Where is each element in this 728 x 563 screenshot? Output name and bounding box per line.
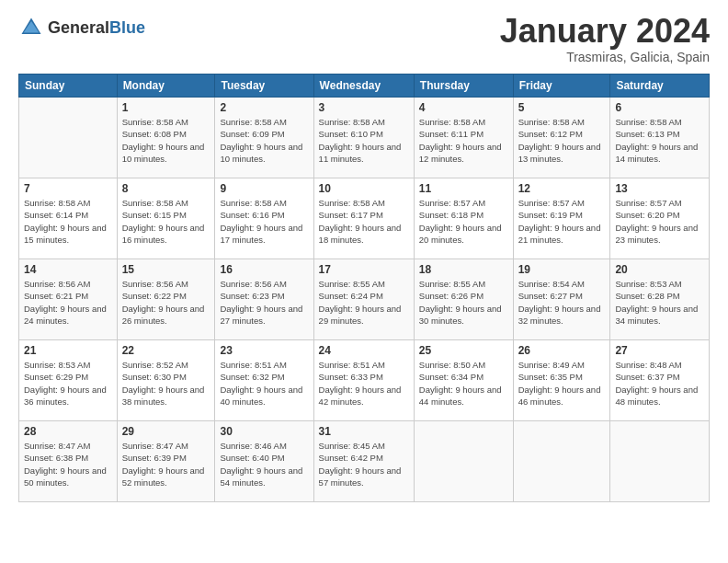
day-cell: 20Sunrise: 8:53 AMSunset: 6:28 PMDayligh… <box>610 259 710 340</box>
day-cell: 25Sunrise: 8:50 AMSunset: 6:34 PMDayligh… <box>414 340 513 421</box>
day-number: 17 <box>319 263 409 276</box>
day-cell <box>414 421 513 502</box>
day-number: 21 <box>24 344 112 357</box>
day-cell: 1Sunrise: 8:58 AMSunset: 6:08 PMDaylight… <box>117 98 215 178</box>
calendar-header-row: SundayMondayTuesdayWednesdayThursdayFrid… <box>19 75 710 98</box>
day-cell: 24Sunrise: 8:51 AMSunset: 6:33 PMDayligh… <box>313 340 414 421</box>
day-number: 26 <box>518 344 606 357</box>
logo-text-blue: Blue <box>109 18 145 37</box>
logo-text-general: General <box>48 18 109 37</box>
day-cell <box>513 421 610 502</box>
day-cell: 23Sunrise: 8:51 AMSunset: 6:32 PMDayligh… <box>215 340 313 421</box>
day-info: Sunrise: 8:56 AMSunset: 6:22 PMDaylight:… <box>122 278 210 327</box>
day-cell: 18Sunrise: 8:55 AMSunset: 6:26 PMDayligh… <box>414 259 513 340</box>
day-number: 23 <box>220 344 308 357</box>
day-cell: 15Sunrise: 8:56 AMSunset: 6:22 PMDayligh… <box>117 259 215 340</box>
col-header-monday: Monday <box>117 75 215 98</box>
day-number: 8 <box>122 182 210 195</box>
day-info: Sunrise: 8:57 AMSunset: 6:20 PMDaylight:… <box>615 197 704 246</box>
col-header-wednesday: Wednesday <box>313 75 414 98</box>
day-number: 5 <box>518 101 606 114</box>
day-cell: 10Sunrise: 8:58 AMSunset: 6:17 PMDayligh… <box>313 178 414 259</box>
week-row-3: 14Sunrise: 8:56 AMSunset: 6:21 PMDayligh… <box>19 259 710 340</box>
day-number: 3 <box>319 101 409 114</box>
col-header-friday: Friday <box>513 75 610 98</box>
day-number: 15 <box>122 263 210 276</box>
day-number: 19 <box>518 263 606 276</box>
day-info: Sunrise: 8:58 AMSunset: 6:17 PMDaylight:… <box>319 197 409 246</box>
month-title: January 2024 <box>500 15 710 48</box>
day-cell: 31Sunrise: 8:45 AMSunset: 6:42 PMDayligh… <box>313 421 414 502</box>
day-cell: 26Sunrise: 8:49 AMSunset: 6:35 PMDayligh… <box>513 340 610 421</box>
title-area: January 2024 Trasmiras, Galicia, Spain <box>500 15 710 64</box>
day-cell: 6Sunrise: 8:58 AMSunset: 6:13 PMDaylight… <box>610 98 710 178</box>
day-info: Sunrise: 8:53 AMSunset: 6:29 PMDaylight:… <box>24 359 112 408</box>
day-cell: 28Sunrise: 8:47 AMSunset: 6:38 PMDayligh… <box>19 421 118 502</box>
logo-icon <box>18 15 44 40</box>
day-number: 11 <box>419 182 508 195</box>
day-info: Sunrise: 8:56 AMSunset: 6:23 PMDaylight:… <box>220 278 308 327</box>
day-info: Sunrise: 8:52 AMSunset: 6:30 PMDaylight:… <box>122 359 210 408</box>
day-info: Sunrise: 8:58 AMSunset: 6:09 PMDaylight:… <box>220 116 308 165</box>
day-info: Sunrise: 8:58 AMSunset: 6:08 PMDaylight:… <box>122 116 210 165</box>
day-info: Sunrise: 8:53 AMSunset: 6:28 PMDaylight:… <box>615 278 704 327</box>
day-cell: 2Sunrise: 8:58 AMSunset: 6:09 PMDaylight… <box>215 98 313 178</box>
day-cell: 12Sunrise: 8:57 AMSunset: 6:19 PMDayligh… <box>513 178 610 259</box>
day-info: Sunrise: 8:45 AMSunset: 6:42 PMDaylight:… <box>319 440 409 488</box>
day-info: Sunrise: 8:57 AMSunset: 6:19 PMDaylight:… <box>518 197 606 246</box>
day-info: Sunrise: 8:57 AMSunset: 6:18 PMDaylight:… <box>419 197 508 246</box>
col-header-saturday: Saturday <box>610 75 710 98</box>
header: GeneralBlue January 2024 Trasmiras, Gali… <box>18 15 710 64</box>
day-info: Sunrise: 8:46 AMSunset: 6:40 PMDaylight:… <box>220 440 308 488</box>
col-header-thursday: Thursday <box>414 75 513 98</box>
day-number: 12 <box>518 182 606 195</box>
week-row-1: 1Sunrise: 8:58 AMSunset: 6:08 PMDaylight… <box>19 98 710 178</box>
day-info: Sunrise: 8:56 AMSunset: 6:21 PMDaylight:… <box>24 278 112 327</box>
day-info: Sunrise: 8:58 AMSunset: 6:13 PMDaylight:… <box>615 116 704 165</box>
day-info: Sunrise: 8:49 AMSunset: 6:35 PMDaylight:… <box>518 359 606 408</box>
day-number: 9 <box>220 182 308 195</box>
week-row-4: 21Sunrise: 8:53 AMSunset: 6:29 PMDayligh… <box>19 340 710 421</box>
day-cell: 9Sunrise: 8:58 AMSunset: 6:16 PMDaylight… <box>215 178 313 259</box>
day-number: 14 <box>24 263 112 276</box>
location: Trasmiras, Galicia, Spain <box>500 50 710 64</box>
day-number: 16 <box>220 263 308 276</box>
day-cell: 22Sunrise: 8:52 AMSunset: 6:30 PMDayligh… <box>117 340 215 421</box>
day-number: 6 <box>615 101 704 114</box>
day-number: 25 <box>419 344 508 357</box>
day-number: 13 <box>615 182 704 195</box>
day-number: 2 <box>220 101 308 114</box>
day-cell: 4Sunrise: 8:58 AMSunset: 6:11 PMDaylight… <box>414 98 513 178</box>
day-info: Sunrise: 8:55 AMSunset: 6:26 PMDaylight:… <box>419 278 508 327</box>
day-cell: 29Sunrise: 8:47 AMSunset: 6:39 PMDayligh… <box>117 421 215 502</box>
calendar: SundayMondayTuesdayWednesdayThursdayFrid… <box>18 74 710 502</box>
day-number: 10 <box>319 182 409 195</box>
day-cell: 8Sunrise: 8:58 AMSunset: 6:15 PMDaylight… <box>117 178 215 259</box>
day-cell: 17Sunrise: 8:55 AMSunset: 6:24 PMDayligh… <box>313 259 414 340</box>
day-number: 22 <box>122 344 210 357</box>
col-header-sunday: Sunday <box>19 75 118 98</box>
day-info: Sunrise: 8:51 AMSunset: 6:33 PMDaylight:… <box>319 359 409 408</box>
page: GeneralBlue January 2024 Trasmiras, Gali… <box>0 0 728 563</box>
day-number: 20 <box>615 263 704 276</box>
day-info: Sunrise: 8:58 AMSunset: 6:10 PMDaylight:… <box>319 116 409 165</box>
day-info: Sunrise: 8:48 AMSunset: 6:37 PMDaylight:… <box>615 359 704 408</box>
day-number: 28 <box>24 425 112 438</box>
day-info: Sunrise: 8:47 AMSunset: 6:38 PMDaylight:… <box>24 440 112 488</box>
day-cell <box>19 98 118 178</box>
day-cell: 11Sunrise: 8:57 AMSunset: 6:18 PMDayligh… <box>414 178 513 259</box>
day-cell: 3Sunrise: 8:58 AMSunset: 6:10 PMDaylight… <box>313 98 414 178</box>
day-cell: 21Sunrise: 8:53 AMSunset: 6:29 PMDayligh… <box>19 340 118 421</box>
day-number: 27 <box>615 344 704 357</box>
logo: GeneralBlue <box>18 15 145 40</box>
day-cell: 27Sunrise: 8:48 AMSunset: 6:37 PMDayligh… <box>610 340 710 421</box>
day-number: 18 <box>419 263 508 276</box>
day-number: 30 <box>220 425 308 438</box>
day-info: Sunrise: 8:50 AMSunset: 6:34 PMDaylight:… <box>419 359 508 408</box>
day-info: Sunrise: 8:55 AMSunset: 6:24 PMDaylight:… <box>319 278 409 327</box>
day-cell: 5Sunrise: 8:58 AMSunset: 6:12 PMDaylight… <box>513 98 610 178</box>
week-row-5: 28Sunrise: 8:47 AMSunset: 6:38 PMDayligh… <box>19 421 710 502</box>
day-info: Sunrise: 8:58 AMSunset: 6:12 PMDaylight:… <box>518 116 606 165</box>
day-number: 29 <box>122 425 210 438</box>
day-info: Sunrise: 8:54 AMSunset: 6:27 PMDaylight:… <box>518 278 606 327</box>
